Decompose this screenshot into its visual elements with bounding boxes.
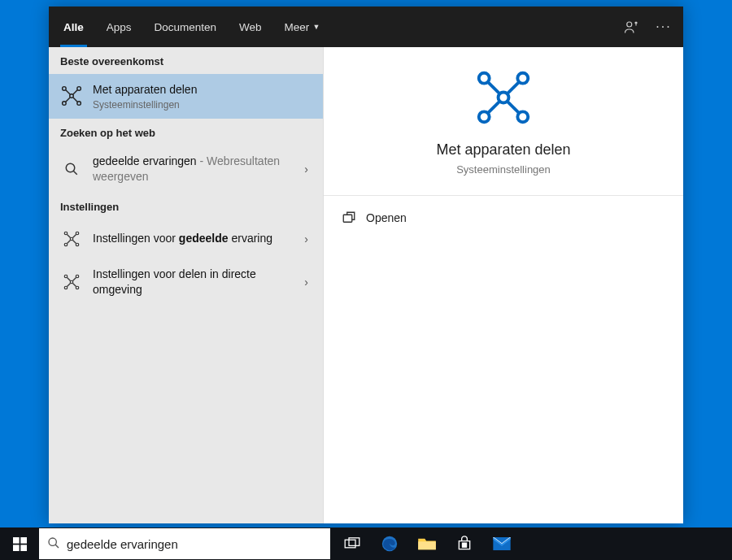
svg-rect-53 [464, 545, 466, 547]
file-explorer-icon[interactable] [408, 527, 446, 560]
chevron-right-icon: › [301, 276, 312, 289]
feedback-icon[interactable] [615, 20, 647, 34]
more-options-icon[interactable]: ··· [647, 20, 680, 34]
result-title: Met apparaten delen [93, 82, 312, 98]
svg-rect-47 [349, 538, 359, 546]
svg-line-29 [73, 283, 76, 286]
result-title: Instellingen voor delen in directe omgev… [93, 267, 301, 297]
nav-label: Meer [285, 21, 310, 33]
share-devices-icon [60, 228, 83, 250]
edge-browser-icon[interactable] [371, 527, 408, 560]
svg-rect-46 [345, 540, 355, 548]
nav-label: Web [239, 21, 262, 33]
svg-rect-50 [463, 543, 464, 545]
svg-point-25 [76, 286, 79, 289]
svg-line-11 [73, 171, 77, 175]
svg-rect-41 [20, 537, 27, 544]
svg-line-19 [68, 240, 71, 243]
svg-line-7 [73, 90, 77, 94]
taskbar [0, 527, 732, 560]
microsoft-store-icon[interactable] [446, 527, 483, 560]
svg-point-1 [63, 87, 67, 91]
result-title: gedeelde ervaringen - Webresultaten weer… [93, 154, 301, 184]
result-settings-shared-experience[interactable]: Instellingen voor gedeelde ervaring › [49, 219, 323, 258]
search-scope-nav: Alle Apps Documenten Web Meer▼ ··· [49, 7, 683, 47]
svg-line-18 [73, 234, 76, 237]
svg-point-2 [77, 87, 81, 91]
nav-tab-all[interactable]: Alle [52, 7, 95, 47]
svg-point-44 [49, 538, 56, 545]
chevron-right-icon: › [301, 232, 312, 245]
svg-rect-51 [464, 543, 466, 545]
search-icon [60, 158, 83, 180]
svg-point-23 [70, 280, 73, 284]
open-action[interactable]: Openen [342, 207, 665, 228]
windows-logo-icon [13, 537, 27, 551]
section-header-best: Beste overeenkomst [49, 47, 323, 74]
nav-tab-documents[interactable]: Documenten [143, 7, 229, 47]
svg-line-45 [55, 545, 59, 548]
share-devices-icon [476, 70, 531, 128]
taskbar-search-box[interactable] [39, 528, 330, 559]
result-subtitle: Systeeminstellingen [93, 99, 312, 111]
svg-point-30 [479, 73, 490, 84]
detail-subtitle: Systeeminstellingen [456, 163, 551, 176]
svg-line-20 [73, 240, 76, 243]
svg-point-15 [64, 243, 68, 246]
nav-label: Documenten [155, 21, 217, 33]
svg-line-8 [66, 98, 70, 102]
nav-tab-web[interactable]: Web [228, 7, 273, 47]
section-header-settings: Instellingen [49, 193, 323, 219]
start-search-panel: Alle Apps Documenten Web Meer▼ ··· Beste… [49, 7, 683, 523]
svg-point-24 [64, 286, 68, 289]
action-label: Openen [366, 211, 407, 224]
svg-line-35 [488, 82, 499, 93]
result-title: Instellingen voor gedeelde ervaring [93, 231, 301, 246]
chevron-down-icon: ▼ [312, 23, 320, 31]
result-best-match[interactable]: Met apparaten delen Systeeminstellingen [49, 74, 323, 119]
svg-rect-52 [463, 545, 464, 547]
svg-point-33 [479, 111, 490, 122]
svg-point-3 [70, 94, 74, 98]
svg-rect-49 [418, 541, 436, 549]
svg-point-10 [66, 163, 75, 172]
open-icon [342, 211, 356, 225]
section-header-web: Zoeken op het web [49, 119, 323, 145]
svg-line-28 [68, 283, 71, 286]
task-view-button[interactable] [333, 527, 371, 560]
nav-tab-apps[interactable]: Apps [95, 7, 143, 47]
svg-point-14 [70, 237, 73, 241]
svg-line-26 [68, 277, 71, 280]
svg-line-6 [66, 90, 70, 94]
mail-icon[interactable] [483, 527, 521, 560]
results-list: Beste overeenkomst Met apparaten delen S… [49, 47, 324, 523]
svg-point-21 [64, 275, 68, 278]
search-input[interactable] [67, 537, 322, 551]
result-settings-nearby-sharing[interactable]: Instellingen voor delen in directe omgev… [49, 258, 323, 306]
chevron-right-icon: › [301, 163, 312, 176]
svg-line-9 [73, 98, 77, 102]
svg-line-37 [488, 102, 499, 113]
svg-point-13 [76, 232, 79, 235]
svg-rect-40 [13, 537, 20, 544]
svg-point-16 [76, 243, 79, 246]
svg-point-34 [517, 111, 528, 122]
svg-rect-43 [20, 545, 27, 551]
search-icon [47, 536, 60, 552]
start-button[interactable] [0, 527, 39, 560]
svg-point-4 [63, 102, 67, 106]
nav-tab-more[interactable]: Meer▼ [273, 7, 332, 47]
svg-point-12 [64, 232, 68, 235]
svg-point-32 [499, 93, 509, 103]
result-web-search[interactable]: gedeelde ervaringen - Webresultaten weer… [49, 145, 323, 193]
svg-line-27 [73, 277, 76, 280]
svg-point-22 [76, 275, 79, 278]
share-devices-icon [60, 85, 83, 107]
detail-title: Met apparaten delen [436, 141, 570, 158]
share-devices-icon [60, 271, 83, 293]
svg-point-31 [517, 73, 528, 84]
svg-point-5 [77, 102, 81, 106]
nav-label: Alle [63, 21, 84, 33]
svg-point-0 [627, 22, 632, 27]
svg-rect-42 [13, 545, 20, 551]
